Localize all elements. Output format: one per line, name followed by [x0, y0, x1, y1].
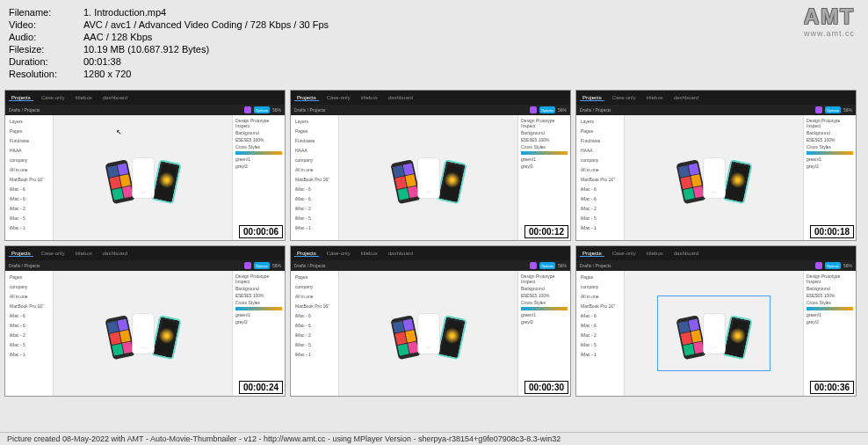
- label: Audio:: [9, 32, 83, 42]
- sidebar-tab: Layers: [293, 118, 336, 125]
- phone-white: [703, 313, 726, 354]
- sr-item: green/1: [235, 157, 282, 162]
- sr-cs-label: Cross Styles: [807, 144, 853, 150]
- app-tab: dashboard: [386, 251, 416, 256]
- app-tab: titlebox: [73, 251, 95, 256]
- left-sidebar: Layers PagesFundraiseHAAAcompanyAll in o…: [5, 115, 54, 240]
- phone-dark: [105, 159, 135, 204]
- share-button: [244, 262, 251, 269]
- app-tabs: ProjectsCase-onlytitleboxdashboard: [5, 91, 285, 105]
- sr-cs-label: Cross Styles: [521, 144, 568, 150]
- sidebar-item: iMac - 6: [579, 186, 621, 193]
- sr-cs-label: Cross Styles: [807, 300, 853, 305]
- app-tab: Case-only: [324, 251, 353, 256]
- value: AVC / avc1 / Advanced Video Coding / 728…: [83, 19, 329, 30]
- sr-item: grey/2: [235, 164, 282, 169]
- sidebar-item: iMac - 5: [579, 215, 621, 222]
- canvas: [339, 115, 517, 240]
- app-tab: Case-only: [39, 95, 68, 100]
- info-row-filename: Filename: 1. Introduction.mp4: [9, 7, 859, 18]
- app-tabs: ProjectsCase-onlytitleboxdashboard: [291, 246, 570, 260]
- phone-green: [150, 315, 181, 360]
- sidebar-item: iMac - 1: [293, 224, 336, 231]
- sidebar-item: company: [579, 283, 621, 290]
- sidebar-item: iMac - 1: [8, 351, 50, 358]
- phone-dark: [390, 315, 421, 360]
- left-sidebar: Layers PagesFundraiseHAAAcompanyAll in o…: [291, 115, 339, 240]
- phone-dark: [390, 159, 421, 204]
- app-tab: dashboard: [386, 95, 416, 100]
- zoom-level: 56%: [843, 107, 852, 113]
- app-window: ProjectsCase-onlytitleboxdashboard Draft…: [576, 91, 856, 240]
- label: Duration:: [9, 56, 83, 67]
- sidebar-item: All in one: [579, 166, 621, 173]
- sidebar-item: iMac - 6: [8, 322, 50, 329]
- sidebar-item: company: [8, 283, 50, 290]
- app-tab: dashboard: [100, 95, 130, 100]
- sidebar-item: iMac - 2: [579, 332, 621, 339]
- phone-green: [436, 159, 467, 204]
- sidebar-item: iMac - 2: [579, 205, 621, 212]
- sidebar-item: iMac - 2: [293, 332, 336, 339]
- timestamp: 00:00:36: [810, 381, 854, 394]
- sidebar-item: MacBook Pro 16": [579, 303, 621, 310]
- left-sidebar: Pages company All in oneMacBook Pro 16"i…: [5, 271, 54, 396]
- color-swatch: [235, 151, 282, 155]
- left-sidebar: Pages company All in oneMacBook Pro 16"i…: [576, 271, 625, 396]
- share-button: [244, 106, 251, 113]
- sr-tab: Design Prototype Inspect: [807, 118, 853, 128]
- sr-item: grey/2: [235, 319, 282, 325]
- app-window: ProjectsCase-onlytitleboxdashboard Draft…: [291, 91, 570, 240]
- app-tab: titlebox: [644, 95, 666, 100]
- breadcrumb: Drafts / Projects: [294, 263, 326, 268]
- sr-tab: Design Prototype Inspect: [807, 274, 853, 284]
- info-row-audio: Audio: AAC / 128 Kbps: [9, 32, 859, 42]
- sr-bg-value: E5E5E5 100%: [235, 137, 282, 142]
- options-button: Options: [254, 106, 270, 113]
- sidebar-item: company: [293, 283, 336, 290]
- info-row-resolution: Resolution: 1280 x 720: [9, 69, 859, 79]
- sidebar-item: HAAA: [579, 147, 621, 154]
- sidebar-item: iMac - 5: [8, 341, 50, 348]
- app-toolbar: Drafts / Projects Options 56%: [291, 260, 570, 271]
- sidebar-item: iMac - 6: [293, 195, 336, 202]
- app-window: ProjectsCase-onlytitleboxdashboard Draft…: [5, 91, 285, 240]
- sidebar-item: company: [579, 157, 621, 164]
- app-toolbar: Drafts / Projects Options 56%: [291, 105, 570, 115]
- sr-item: green/1: [807, 157, 853, 162]
- sr-bg-label: Background: [807, 130, 853, 135]
- sr-cs-label: Cross Styles: [235, 144, 282, 150]
- sr-bg-value: E5E5E5 100%: [807, 293, 853, 298]
- phone-mockups: [108, 313, 178, 354]
- sidebar-item: Pages: [293, 128, 336, 135]
- sidebar-item: iMac - 2: [8, 332, 50, 339]
- options-button: Options: [825, 106, 841, 113]
- sidebar-item: company: [8, 157, 50, 164]
- breadcrumb: Drafts / Projects: [580, 107, 611, 113]
- amt-logo: AMT www.amt.cc: [804, 4, 855, 38]
- sidebar-item: iMac - 6: [8, 195, 50, 202]
- sr-bg-label: Background: [235, 130, 282, 135]
- sr-item: grey/2: [807, 164, 853, 169]
- timestamp: 00:00:18: [810, 225, 854, 238]
- app-body: Pages company All in oneMacBook Pro 16"i…: [576, 271, 856, 396]
- sidebar-item: iMac - 6: [293, 322, 336, 329]
- phone-white: [417, 313, 440, 354]
- app-tab: Projects: [294, 95, 319, 101]
- info-row-video: Video: AVC / avc1 / Advanced Video Codin…: [9, 19, 859, 30]
- options-button: Options: [539, 262, 555, 269]
- options-button: Options: [825, 262, 841, 269]
- sr-cs-label: Cross Styles: [235, 300, 282, 305]
- sidebar-item: HAAA: [293, 147, 336, 154]
- phone-green: [721, 315, 752, 360]
- phone-green: [721, 159, 752, 204]
- left-sidebar: Pages company All in oneMacBook Pro 16"i…: [291, 271, 339, 396]
- sidebar-item: iMac - 5: [8, 215, 50, 222]
- sidebar-item: MacBook Pro 16": [579, 176, 621, 183]
- sidebar-item: iMac - 1: [8, 224, 50, 231]
- app-tabs: ProjectsCase-onlytitleboxdashboard: [576, 91, 856, 105]
- timestamp: 00:00:24: [239, 381, 283, 394]
- value: 1280 x 720: [83, 69, 131, 79]
- app-toolbar: Drafts / Projects Options 56%: [576, 105, 856, 115]
- phone-dark: [676, 159, 706, 204]
